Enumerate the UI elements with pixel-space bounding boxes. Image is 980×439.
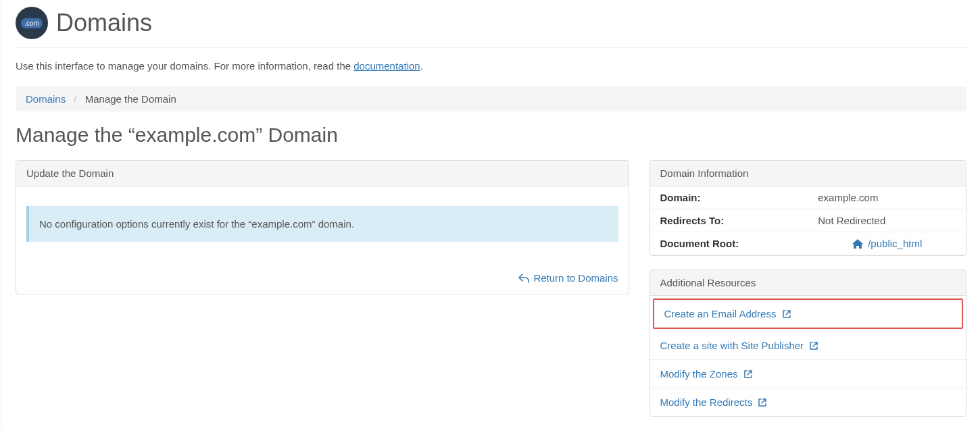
resource-label: Modify the Zones [660, 368, 738, 380]
docroot-label: Document Root: [650, 232, 808, 255]
section-title: Manage the “example.com” Domain [16, 124, 966, 147]
intro-prefix: Use this interface to manage your domain… [16, 60, 353, 72]
redirects-value: Not Redirected [808, 209, 966, 232]
external-link-icon [809, 341, 818, 351]
table-row: Domain: example.com [650, 186, 966, 209]
return-arrow-icon [518, 274, 529, 283]
update-domain-heading: Update the Domain [16, 161, 629, 186]
update-domain-panel: Update the Domain No configuration optio… [16, 160, 629, 294]
page-title: Domains [56, 9, 152, 37]
redirects-label: Redirects To: [650, 209, 808, 232]
resource-create-email[interactable]: Create an Email Address [653, 299, 964, 329]
domain-info-panel: Domain Information Domain: example.com R… [650, 160, 967, 256]
return-to-domains-label: Return to Domains [533, 272, 618, 284]
intro-suffix: . [420, 60, 423, 72]
document-root-value: /public_html [868, 238, 922, 249]
domain-value: example.com [808, 186, 966, 209]
table-row: Redirects To: Not Redirected [650, 209, 966, 232]
breadcrumb-current: Manage the Domain [85, 93, 176, 105]
resource-label: Create a site with Site Publisher [660, 340, 804, 351]
documentation-link[interactable]: documentation [353, 60, 420, 72]
external-link-icon [743, 369, 753, 379]
resource-modify-zones[interactable]: Modify the Zones [650, 360, 966, 388]
additional-resources-panel: Additional Resources Create an Email Add… [650, 269, 967, 417]
domains-icon-label: .com [21, 18, 43, 28]
external-link-icon [758, 398, 767, 407]
additional-resources-heading: Additional Resources [650, 270, 966, 296]
domain-label: Domain: [650, 186, 808, 209]
page-header: .com Domains [16, 0, 966, 48]
intro-text: Use this interface to manage your domain… [16, 60, 966, 72]
domain-info-table: Domain: example.com Redirects To: Not Re… [650, 186, 966, 255]
resource-modify-redirects[interactable]: Modify the Redirects [650, 388, 966, 416]
return-to-domains-link[interactable]: Return to Domains [16, 265, 629, 294]
document-root-link[interactable]: /public_html [852, 238, 922, 249]
breadcrumb-root-link[interactable]: Domains [26, 93, 66, 105]
resource-site-publisher[interactable]: Create a site with Site Publisher [650, 332, 966, 360]
domain-info-heading: Domain Information [650, 161, 966, 186]
external-link-icon [782, 309, 791, 319]
domains-icon: .com [16, 7, 48, 39]
table-row: Document Root: /public_html [650, 232, 966, 255]
home-icon [852, 238, 864, 249]
resource-label: Create an Email Address [664, 308, 777, 319]
resource-label: Modify the Redirects [660, 396, 753, 408]
no-config-alert: No configuration options currently exist… [26, 206, 618, 242]
breadcrumb-separator: / [74, 93, 76, 105]
breadcrumb: Domains / Manage the Domain [16, 86, 966, 111]
